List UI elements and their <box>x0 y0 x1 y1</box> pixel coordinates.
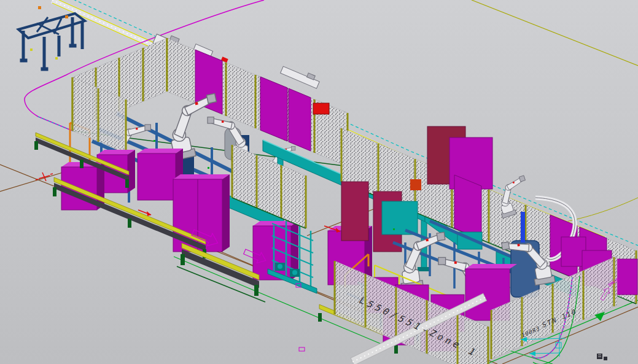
gantry-yellow-accent <box>55 57 58 60</box>
right-robot-cell <box>335 126 637 364</box>
gantry-fixture <box>18 6 85 71</box>
cad-viewport[interactable]: L550/551-Zone 1 STN 110 100R3 3MASK <box>0 0 638 364</box>
red-lifter-unit <box>313 103 329 114</box>
maroon-cabinet <box>341 182 368 241</box>
ems-carrier-small <box>281 63 321 89</box>
magenta-floor-mark <box>299 347 305 351</box>
blue-rod <box>521 212 525 242</box>
magenta-wall-panel <box>260 77 287 141</box>
gantry-orange-accent <box>65 15 68 18</box>
olive-diagonal-line <box>472 0 638 66</box>
safety-fence-panel <box>167 38 348 166</box>
gantry-orange-accent <box>38 6 41 9</box>
scene-svg: L550/551-Zone 1 STN 110 100R3 3MASK <box>0 0 638 364</box>
teal-cabinet <box>382 201 418 234</box>
corner-glyph <box>597 354 607 360</box>
magenta-wall-panel <box>454 175 481 239</box>
gantry-yellow-accent <box>30 48 33 51</box>
magenta-wall-panel <box>289 88 311 151</box>
orange-red-box <box>410 179 421 190</box>
